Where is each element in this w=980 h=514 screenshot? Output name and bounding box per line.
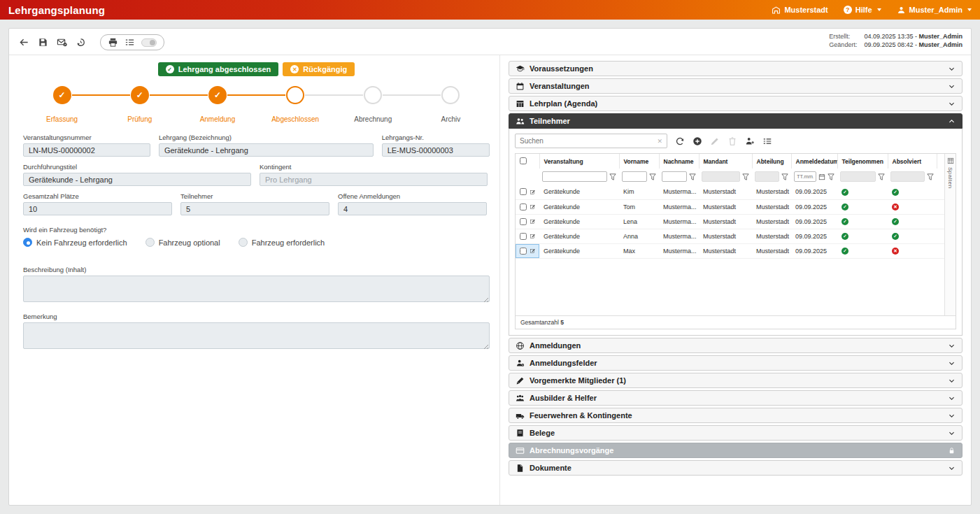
main-card: Erstellt: 04.09.2025 13:35 - Muster_Admi… — [8, 28, 972, 506]
undo-button[interactable]: Rückgängig — [283, 62, 355, 76]
user-menu[interactable]: Muster_Admin — [897, 6, 972, 15]
col-nachname[interactable]: Nachname — [659, 154, 699, 169]
col-vorname[interactable]: Vorname — [619, 154, 659, 169]
col-absolviert[interactable]: Absolviert — [888, 154, 937, 169]
funnel-icon[interactable] — [828, 173, 835, 180]
funnel-icon[interactable] — [742, 173, 749, 180]
step-anmeldung[interactable]: Anmeldung — [178, 86, 256, 123]
filter-mandant — [702, 171, 740, 182]
refresh-icon[interactable] — [675, 136, 685, 146]
chevron-down-icon — [948, 394, 956, 402]
funnel-icon[interactable] — [781, 173, 788, 180]
step-erfassung[interactable]: Erfassung — [23, 86, 101, 123]
panel-lehrplan[interactable]: Lehrplan (Agenda) — [509, 96, 963, 111]
panel-anmeldungen[interactable]: Anmeldungen — [509, 338, 963, 353]
filter-teilgenommen — [840, 171, 876, 182]
row-edit-icon[interactable] — [530, 247, 535, 255]
row-edit-icon[interactable] — [530, 217, 535, 225]
durchfuehrungstitel-field[interactable] — [23, 173, 251, 186]
panel-feuerwehren-kontingente[interactable]: Feuerwehren & Kontingente — [509, 408, 963, 423]
teilgenommen-status-icon — [841, 189, 848, 196]
delete-icon[interactable] — [727, 136, 737, 146]
column-settings-icon[interactable] — [762, 136, 772, 146]
beschreibung-textarea[interactable] — [23, 276, 490, 302]
print-button[interactable] — [108, 37, 118, 48]
panel-veranstaltungen[interactable]: Veranstaltungen — [509, 78, 963, 94]
lehrgangs-nr-field[interactable] — [382, 143, 490, 157]
row-checkbox[interactable] — [520, 188, 527, 195]
filter-anmeldedatum[interactable] — [794, 171, 816, 182]
print-toggle[interactable] — [141, 38, 157, 47]
columns-side-tab[interactable]: Spalten — [944, 154, 956, 315]
panel-anmeldungsfelder[interactable]: Anmeldungsfelder — [509, 355, 963, 371]
course-completed-button[interactable]: Lehrgang abgeschlossen — [158, 62, 279, 76]
step-circle — [208, 86, 227, 104]
col-anmeldedatum[interactable]: Anmeldedatum — [791, 154, 837, 169]
row-edit-icon[interactable] — [530, 203, 535, 210]
filter-veranstaltung[interactable] — [542, 171, 607, 182]
row-checkbox[interactable] — [520, 204, 527, 210]
radio-fahrzeug-erforderlich[interactable]: Fahrzeug erforderlich — [239, 238, 325, 247]
row-checkbox[interactable] — [520, 248, 527, 255]
back-button[interactable] — [19, 37, 29, 48]
lehrgang-bezeichnung-field[interactable] — [159, 143, 374, 157]
col-abteilung[interactable]: Abteilung — [752, 154, 791, 169]
radio-fahrzeug-optional[interactable]: Fahrzeug optional — [145, 238, 220, 247]
select-all-checkbox[interactable] — [520, 157, 527, 164]
table-row[interactable]: Gerätekunde Lena Musterma... Musterstadt… — [516, 214, 944, 229]
panel-belege[interactable]: Belege — [509, 425, 963, 441]
bemerkung-textarea[interactable] — [23, 322, 490, 349]
step-abgeschlossen[interactable]: Abgeschlossen — [257, 86, 334, 123]
table-row[interactable]: Gerätekunde Anna Musterma... Musterstadt… — [516, 229, 944, 243]
funnel-icon[interactable] — [609, 173, 616, 180]
funnel-icon[interactable] — [878, 173, 885, 180]
related-panels: Voraussetzungen Veranstaltungen Lehrplan… — [500, 55, 971, 505]
veranstaltungsnummer-field[interactable] — [23, 143, 150, 157]
add-icon[interactable] — [693, 136, 702, 146]
gesamtzahl-plaetze-field[interactable] — [23, 202, 172, 215]
person-add-icon[interactable] — [745, 136, 755, 146]
col-teilgenommen[interactable]: Teilgenommen — [837, 154, 888, 169]
kontingent-field[interactable] — [260, 173, 488, 186]
filter-nachname[interactable] — [662, 171, 687, 182]
search-input[interactable] — [520, 137, 657, 145]
step-archiv[interactable]: Archiv — [412, 86, 490, 123]
row-edit-icon[interactable] — [530, 188, 535, 196]
radio-kein-fahrzeug[interactable]: Kein Fahrzeug erforderlich — [23, 238, 127, 247]
radio-icon — [239, 238, 248, 247]
report-list-button[interactable] — [125, 37, 135, 48]
step-abrechnung[interactable]: Abrechnung — [334, 86, 412, 123]
table-row-selected[interactable]: Gerätekunde Max Musterma... Musterstadt … — [516, 243, 944, 258]
panel-voraussetzungen[interactable]: Voraussetzungen — [509, 61, 963, 76]
teilnehmer-field[interactable] — [180, 202, 329, 215]
row-checkbox[interactable] — [520, 233, 527, 240]
table-row[interactable]: Gerätekunde Kim Musterma... Musterstadt … — [516, 185, 944, 199]
funnel-icon[interactable] — [927, 173, 934, 180]
chevron-up-icon — [948, 117, 956, 125]
undo-label: Rückgängig — [303, 65, 347, 73]
col-mandant[interactable]: Mandant — [699, 154, 752, 169]
edit-icon[interactable] — [710, 136, 720, 146]
col-veranstaltung[interactable]: Veranstaltung — [539, 154, 619, 169]
funnel-icon[interactable] — [689, 173, 696, 180]
created-value: 04.09.2025 13:35 - Muster_Admin — [864, 33, 963, 40]
filter-vorname[interactable] — [622, 171, 647, 182]
save-button[interactable] — [38, 37, 48, 48]
help-menu[interactable]: Hilfe — [844, 6, 881, 14]
row-checkbox[interactable] — [520, 218, 527, 225]
offene-anmeldungen-field[interactable] — [338, 202, 487, 215]
panel-vorgemerkte-mitglieder[interactable]: Vorgemerkte Mitglieder (1) — [509, 373, 963, 388]
calendar-icon[interactable] — [818, 173, 825, 180]
panel-ausbilder-helfer[interactable]: Ausbilder & Helfer — [509, 390, 963, 406]
clear-search-icon[interactable] — [657, 138, 662, 145]
history-button[interactable] — [76, 37, 86, 48]
mail-button[interactable] — [57, 37, 67, 48]
row-edit-icon[interactable] — [530, 232, 535, 240]
panel-dokumente[interactable]: Dokumente — [509, 460, 963, 476]
step-pruefung[interactable]: Prüfung — [101, 86, 178, 123]
grid-scroll-area[interactable]: Veranstaltung Vorname Nachname Mandant A… — [516, 154, 956, 315]
panel-teilnehmer[interactable]: Teilnehmer — [509, 113, 963, 129]
tenant-menu[interactable]: Musterstadt — [772, 6, 828, 15]
funnel-icon[interactable] — [649, 173, 656, 180]
table-row[interactable]: Gerätekunde Tom Musterma... Musterstadt … — [516, 199, 944, 214]
